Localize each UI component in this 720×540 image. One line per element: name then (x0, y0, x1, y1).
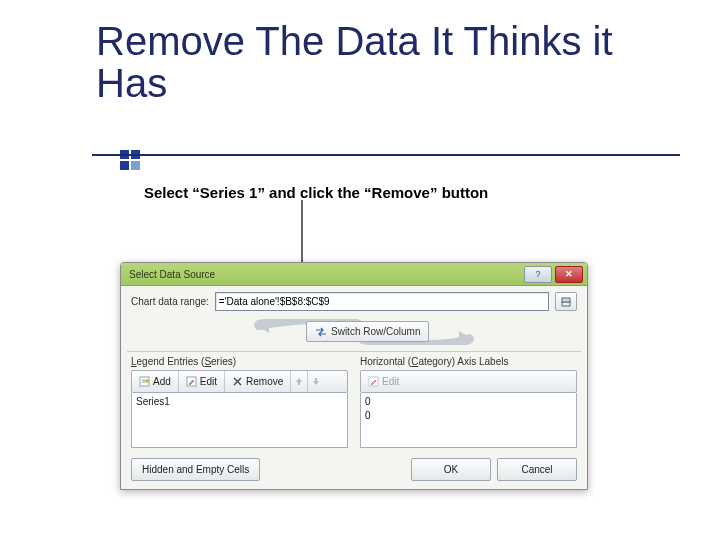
dialog-titlebar[interactable]: Select Data Source ? ✕ (121, 263, 587, 286)
close-icon: ✕ (565, 269, 573, 279)
close-button[interactable]: ✕ (555, 266, 583, 283)
category-listbox[interactable]: 0 0 (360, 393, 577, 448)
svg-marker-4 (255, 319, 269, 333)
add-icon (139, 376, 150, 387)
arrow-up-icon (295, 377, 303, 386)
svg-rect-2 (562, 302, 570, 306)
switch-icon (315, 326, 327, 338)
arrow-down-icon (312, 377, 320, 386)
svg-marker-5 (459, 331, 473, 345)
move-up-button[interactable] (291, 371, 308, 392)
edit-series-button[interactable]: Edit (179, 371, 225, 392)
hidden-empty-cells-button[interactable]: Hidden and Empty Cells (131, 458, 260, 481)
edit-icon (186, 376, 197, 387)
ok-button[interactable]: OK (411, 458, 491, 481)
chart-range-input[interactable] (215, 292, 549, 311)
help-button[interactable]: ? (524, 266, 552, 283)
svg-rect-9 (298, 382, 300, 385)
move-down-button[interactable] (308, 371, 324, 392)
series-item[interactable]: Series1 (136, 395, 343, 409)
select-data-source-dialog: Select Data Source ? ✕ Chart data range:… (120, 262, 588, 490)
switch-label: Switch Row/Column (331, 326, 420, 337)
category-axis-header: Horizontal (Category) Axis Labels (360, 356, 577, 367)
svg-marker-8 (296, 378, 302, 382)
legend-entries-header: Legend Entries (Series) (131, 356, 348, 367)
chart-range-label: Chart data range: (131, 296, 209, 307)
separator (127, 351, 581, 352)
collapse-icon (561, 297, 571, 307)
svg-rect-3 (562, 298, 570, 302)
edit-category-button[interactable]: Edit (361, 371, 406, 392)
svg-rect-11 (315, 378, 317, 381)
category-item[interactable]: 0 (365, 409, 572, 423)
remove-icon (232, 376, 243, 387)
help-icon: ? (535, 269, 540, 279)
dialog-title: Select Data Source (129, 269, 524, 280)
add-series-button[interactable]: Add (132, 371, 179, 392)
instruction-caption: Select “Series 1” and click the “Remove”… (144, 184, 488, 201)
title-underline (92, 154, 680, 156)
series-toolbar: Add Edit Remove (131, 370, 348, 393)
collapse-dialog-button[interactable] (555, 292, 577, 311)
series-listbox[interactable]: Series1 (131, 393, 348, 448)
slide-title: Remove The Data It Thinks it Has (60, 20, 690, 104)
slide-title-block: Remove The Data It Thinks it Has (60, 20, 690, 104)
remove-series-button[interactable]: Remove (225, 371, 291, 392)
edit-icon (368, 376, 379, 387)
category-toolbar: Edit (360, 370, 577, 393)
cancel-button[interactable]: Cancel (497, 458, 577, 481)
switch-row-column-button[interactable]: Switch Row/Column (306, 321, 429, 342)
svg-marker-10 (313, 381, 319, 385)
category-item[interactable]: 0 (365, 395, 572, 409)
